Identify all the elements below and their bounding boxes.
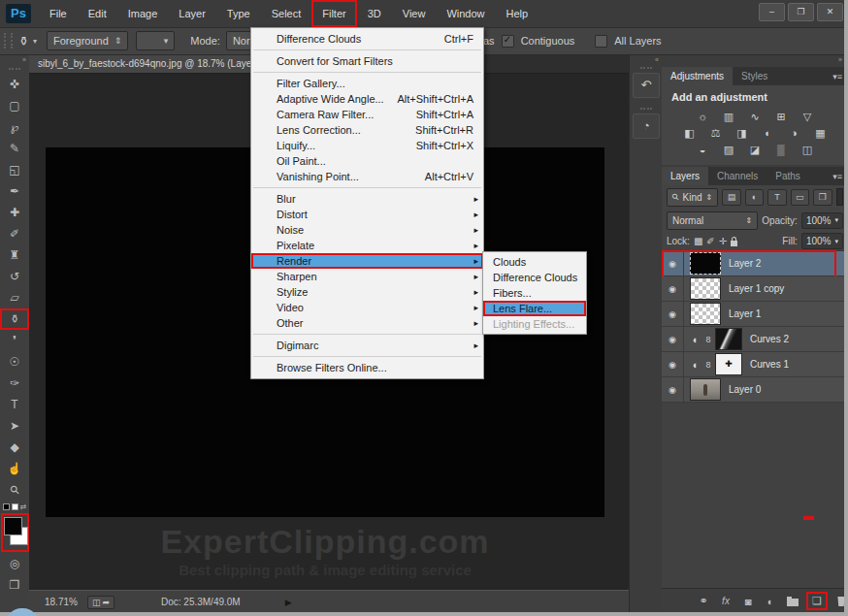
lasso-tool[interactable]: ℘ (0, 116, 29, 138)
layer-thumbnail[interactable] (690, 378, 721, 401)
selective-color-icon[interactable]: ◫ (799, 143, 816, 156)
properties-panel-icon[interactable]: ◔ (633, 113, 660, 139)
hand-tool[interactable]: ☝ (0, 458, 29, 479)
levels-icon[interactable]: ▥ (721, 110, 737, 123)
menu-item-digimarc[interactable]: Digimarc (251, 338, 483, 353)
threshold-icon[interactable]: ◪ (747, 143, 764, 156)
screen-mode-button[interactable]: ❐ (0, 574, 29, 596)
lock-transparency-icon[interactable]: ▩ (694, 236, 702, 246)
eyedropper-tool[interactable]: ✒ (0, 180, 29, 202)
brightness-contrast-icon[interactable]: ☼ (695, 110, 711, 123)
paint-bucket-tool[interactable]: ⚱ (0, 308, 29, 330)
layer-row-layer-1[interactable]: ◉ Layer 1 (662, 302, 848, 327)
exposure-icon[interactable]: ⊞ (773, 110, 790, 123)
menu-item-noise[interactable]: Noise (251, 222, 483, 238)
brush-tool[interactable]: ✐ (0, 223, 29, 244)
vibrance-icon[interactable]: ▽ (799, 110, 816, 123)
menu-item-video[interactable]: Video (251, 300, 483, 315)
menu-3d[interactable]: 3D (357, 0, 392, 27)
submenu-item-clouds[interactable]: Clouds (483, 254, 586, 270)
zoom-level-field[interactable]: 18.71% (45, 597, 78, 607)
layer-name[interactable]: Layer 1 (729, 308, 761, 319)
layer-mask-thumbnail[interactable] (715, 328, 742, 350)
layer-name[interactable]: Layer 1 copy (729, 283, 784, 294)
lock-all-icon[interactable] (731, 241, 737, 246)
invert-icon[interactable]: ◒ (695, 143, 711, 156)
layer-name[interactable]: Layer 2 (729, 258, 761, 269)
opacity-field[interactable]: 100% ▾ (801, 212, 843, 229)
layer-visibility-toggle[interactable]: ◉ (662, 276, 684, 301)
contiguous-checkbox[interactable] (502, 35, 514, 48)
collapse-toolbar-icon[interactable]: » (22, 54, 29, 66)
rectangular-marquee-tool[interactable]: ▢ (0, 95, 29, 116)
menu-type[interactable]: Type (216, 0, 261, 27)
new-layer-button[interactable]: ❏ (808, 594, 826, 608)
hue-saturation-icon[interactable]: ◧ (681, 126, 698, 140)
menu-item-pixelate[interactable]: Pixelate (251, 238, 483, 253)
layer-name[interactable]: Curves 2 (750, 334, 789, 344)
dodge-tool[interactable]: ☉ (0, 351, 29, 373)
all-layers-checkbox[interactable] (595, 35, 607, 48)
crop-tool[interactable]: ◱ (0, 159, 29, 180)
shape-layer-filter-icon[interactable]: ▭ (791, 189, 809, 206)
move-tool[interactable]: ✜ (0, 74, 29, 95)
layer-visibility-toggle[interactable]: ◉ (662, 251, 684, 276)
layer-thumbnail[interactable] (690, 252, 721, 275)
submenu-item-lens-flare[interactable]: Lens Flare... (483, 301, 586, 316)
menu-view[interactable]: View (392, 0, 437, 27)
layer-visibility-toggle[interactable]: ◉ (662, 377, 684, 402)
layer-row-layer-0[interactable]: ◉ Layer 0 (662, 377, 848, 403)
swap-colors-icon[interactable]: ⇄ (20, 503, 27, 511)
layer-style-button[interactable]: fx (719, 596, 733, 606)
menu-layer[interactable]: Layer (168, 0, 216, 27)
menu-filter[interactable]: Filter (311, 0, 356, 27)
lock-position-icon[interactable]: ✛ (719, 236, 727, 246)
tab-paths[interactable]: Paths (766, 167, 809, 185)
layer-name[interactable]: Layer 0 (729, 384, 761, 395)
shape-tool[interactable]: ◆ (0, 437, 29, 458)
pattern-picker[interactable]: ▾ (136, 31, 175, 50)
layer-thumbnail[interactable] (690, 303, 721, 325)
clone-stamp-tool[interactable]: ♜ (0, 244, 29, 266)
layer-row-layer-2[interactable]: ◉ Layer 2 (662, 251, 848, 276)
tab-layers[interactable]: Layers (662, 167, 708, 185)
menu-window[interactable]: Window (436, 0, 495, 27)
menu-item-distort[interactable]: Distort (251, 207, 483, 222)
layer-mask-thumbnail[interactable]: ✚ (715, 353, 742, 375)
menu-item-convert-for-smart-filters[interactable]: Convert for Smart Filters (251, 53, 483, 69)
gradient-map-icon[interactable]: ▒ (773, 143, 790, 156)
fill-field[interactable]: 100% ▾ (801, 233, 843, 249)
lock-pixels-icon[interactable]: ✐ (706, 236, 714, 246)
minimize-button[interactable]: – (759, 3, 785, 21)
blend-mode-select[interactable]: Normal ⇕ (667, 211, 758, 230)
filter-toggle-switch[interactable] (836, 188, 844, 206)
menu-item-camera-raw-filter[interactable]: Camera Raw Filter... Shift+Ctrl+A (251, 107, 483, 122)
quick-selection-tool[interactable]: ✎ (0, 138, 29, 159)
black-white-icon[interactable]: ◨ (734, 126, 750, 140)
menu-item-blur[interactable]: Blur (251, 191, 483, 207)
collapse-panels-icon[interactable]: » (662, 54, 848, 67)
tool-preset-picker[interactable]: ⚱ ▾ (18, 34, 37, 49)
menu-item-browse-filters-online[interactable]: Browse Filters Online... (251, 360, 483, 375)
layer-visibility-toggle[interactable]: ◉ (662, 302, 684, 326)
adjustment-layer-filter-icon[interactable]: ◐ (745, 189, 764, 206)
history-brush-tool[interactable]: ↺ (0, 266, 29, 287)
blur-tool[interactable]: ❜ (0, 330, 29, 351)
menu-item-adaptive-wide-angle[interactable]: Adaptive Wide Angle... Alt+Shift+Ctrl+A (251, 91, 483, 107)
menu-select[interactable]: Select (261, 0, 312, 27)
menu-item-sharpen[interactable]: Sharpen (251, 269, 483, 284)
close-button[interactable]: ✕ (817, 3, 843, 21)
menu-item-other[interactable]: Other (251, 315, 483, 331)
layer-visibility-toggle[interactable]: ◉ (662, 352, 684, 376)
status-flyout-arrow-icon[interactable]: ▶ (285, 598, 292, 607)
new-group-button[interactable] (786, 595, 799, 608)
default-colors-control[interactable]: ⇄ (3, 501, 27, 512)
menu-item-filter-gallery[interactable]: Filter Gallery... (251, 76, 483, 91)
kind-filter-select[interactable]: ⚲ Kind ⇕ (667, 188, 718, 207)
menu-item-lens-correction[interactable]: Lens Correction... Shift+Ctrl+R (251, 122, 483, 138)
quick-mask-button[interactable]: ◎ (0, 553, 29, 574)
tab-styles[interactable]: Styles (733, 67, 776, 85)
pixel-layer-filter-icon[interactable]: ▤ (722, 189, 740, 206)
layer-row-layer-1-copy[interactable]: ◉ Layer 1 copy (662, 276, 848, 302)
link-layers-button[interactable]: ⚭ (697, 595, 710, 607)
